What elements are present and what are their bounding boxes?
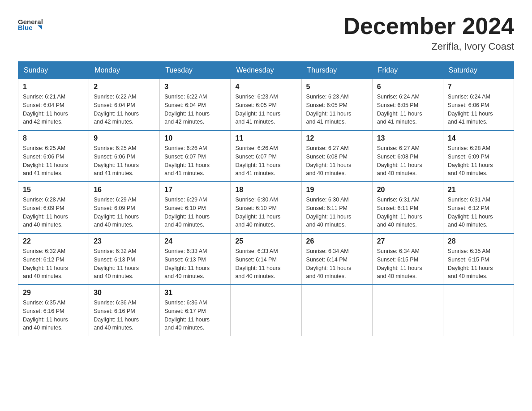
calendar-week-row: 1Sunrise: 6:21 AMSunset: 6:04 PMDaylight… [18,79,514,131]
day-info: Sunrise: 6:30 AMSunset: 6:11 PMDaylight:… [306,196,368,229]
day-info: Sunrise: 6:36 AMSunset: 6:17 PMDaylight:… [164,299,226,332]
day-info: Sunrise: 6:27 AMSunset: 6:08 PMDaylight:… [377,144,438,178]
day-info: Sunrise: 6:28 AMSunset: 6:09 PMDaylight:… [448,144,509,178]
calendar-week-row: 29Sunrise: 6:35 AMSunset: 6:16 PMDayligh… [18,285,514,336]
day-number: 30 [94,289,155,297]
svg-marker-1 [38,26,42,30]
calendar-cell: 26Sunrise: 6:34 AMSunset: 6:14 PMDayligh… [301,233,372,285]
day-info: Sunrise: 6:24 AMSunset: 6:05 PMDaylight:… [377,93,438,126]
calendar-cell [301,285,372,336]
calendar-week-row: 8Sunrise: 6:25 AMSunset: 6:06 PMDaylight… [18,130,514,182]
day-info: Sunrise: 6:21 AMSunset: 6:04 PMDaylight:… [23,93,84,126]
calendar-cell: 12Sunrise: 6:27 AMSunset: 6:08 PMDayligh… [301,130,372,182]
day-number: 4 [235,83,296,91]
day-info: Sunrise: 6:31 AMSunset: 6:11 PMDaylight:… [377,196,438,229]
calendar-table: SundayMondayTuesdayWednesdayThursdayFrid… [18,61,514,336]
day-number: 5 [306,83,368,91]
day-info: Sunrise: 6:35 AMSunset: 6:16 PMDaylight:… [23,299,84,332]
day-header-monday: Monday [89,62,160,79]
calendar-cell: 30Sunrise: 6:36 AMSunset: 6:16 PMDayligh… [89,285,160,336]
calendar-cell: 20Sunrise: 6:31 AMSunset: 6:11 PMDayligh… [372,182,443,233]
day-info: Sunrise: 6:29 AMSunset: 6:10 PMDaylight:… [164,196,226,229]
day-number: 31 [164,289,226,297]
day-number: 19 [306,186,368,194]
calendar-cell: 23Sunrise: 6:32 AMSunset: 6:13 PMDayligh… [89,233,160,285]
day-number: 23 [94,237,155,245]
calendar-cell: 16Sunrise: 6:29 AMSunset: 6:09 PMDayligh… [89,182,160,233]
svg-text:Blue: Blue [18,24,33,31]
day-info: Sunrise: 6:23 AMSunset: 6:05 PMDaylight:… [235,93,296,126]
day-number: 16 [94,186,155,194]
day-number: 9 [94,134,155,142]
day-info: Sunrise: 6:22 AMSunset: 6:04 PMDaylight:… [94,93,155,126]
calendar-cell: 5Sunrise: 6:23 AMSunset: 6:05 PMDaylight… [301,79,372,131]
day-info: Sunrise: 6:24 AMSunset: 6:06 PMDaylight:… [448,93,509,126]
day-number: 3 [164,83,226,91]
day-number: 7 [448,83,509,91]
day-header-wednesday: Wednesday [231,62,301,79]
day-header-tuesday: Tuesday [160,62,231,79]
calendar-cell: 9Sunrise: 6:25 AMSunset: 6:06 PMDaylight… [89,130,160,182]
page-header: General Blue December 2024 Zerifla, Ivor… [18,13,514,52]
day-info: Sunrise: 6:32 AMSunset: 6:13 PMDaylight:… [94,247,155,281]
day-number: 25 [235,237,296,245]
calendar-cell: 25Sunrise: 6:33 AMSunset: 6:14 PMDayligh… [231,233,301,285]
day-info: Sunrise: 6:30 AMSunset: 6:10 PMDaylight:… [235,196,296,229]
calendar-cell: 28Sunrise: 6:35 AMSunset: 6:15 PMDayligh… [443,233,514,285]
calendar-cell: 17Sunrise: 6:29 AMSunset: 6:10 PMDayligh… [160,182,231,233]
day-number: 8 [23,134,84,142]
day-info: Sunrise: 6:25 AMSunset: 6:06 PMDaylight:… [94,144,155,178]
day-number: 22 [23,237,84,245]
calendar-cell [231,285,301,336]
day-number: 1 [23,83,84,91]
day-number: 26 [306,237,368,245]
calendar-cell: 15Sunrise: 6:28 AMSunset: 6:09 PMDayligh… [18,182,89,233]
calendar-cell: 2Sunrise: 6:22 AMSunset: 6:04 PMDaylight… [89,79,160,131]
day-info: Sunrise: 6:36 AMSunset: 6:16 PMDaylight:… [94,299,155,332]
day-number: 27 [377,237,438,245]
calendar-cell: 27Sunrise: 6:34 AMSunset: 6:15 PMDayligh… [372,233,443,285]
day-number: 21 [448,186,509,194]
day-number: 13 [377,134,438,142]
day-number: 6 [377,83,438,91]
day-number: 14 [448,134,509,142]
calendar-cell: 8Sunrise: 6:25 AMSunset: 6:06 PMDaylight… [18,130,89,182]
day-info: Sunrise: 6:29 AMSunset: 6:09 PMDaylight:… [94,196,155,229]
calendar-week-row: 22Sunrise: 6:32 AMSunset: 6:12 PMDayligh… [18,233,514,285]
day-info: Sunrise: 6:34 AMSunset: 6:15 PMDaylight:… [377,247,438,281]
day-info: Sunrise: 6:28 AMSunset: 6:09 PMDaylight:… [23,196,84,229]
day-info: Sunrise: 6:33 AMSunset: 6:13 PMDaylight:… [164,247,226,281]
day-number: 18 [235,186,296,194]
calendar-cell [443,285,514,336]
day-info: Sunrise: 6:34 AMSunset: 6:14 PMDaylight:… [306,247,368,281]
calendar-cell: 24Sunrise: 6:33 AMSunset: 6:13 PMDayligh… [160,233,231,285]
calendar-title: December 2024 [343,13,514,39]
calendar-cell: 29Sunrise: 6:35 AMSunset: 6:16 PMDayligh… [18,285,89,336]
calendar-cell [372,285,443,336]
day-header-friday: Friday [372,62,443,79]
day-number: 15 [23,186,84,194]
title-block: December 2024 Zerifla, Ivory Coast [343,13,514,52]
day-info: Sunrise: 6:26 AMSunset: 6:07 PMDaylight:… [164,144,226,178]
calendar-cell: 3Sunrise: 6:22 AMSunset: 6:04 PMDaylight… [160,79,231,131]
calendar-header-row: SundayMondayTuesdayWednesdayThursdayFrid… [18,62,514,79]
day-number: 10 [164,134,226,142]
day-info: Sunrise: 6:25 AMSunset: 6:06 PMDaylight:… [23,144,84,178]
calendar-cell: 22Sunrise: 6:32 AMSunset: 6:12 PMDayligh… [18,233,89,285]
calendar-week-row: 15Sunrise: 6:28 AMSunset: 6:09 PMDayligh… [18,182,514,233]
day-info: Sunrise: 6:27 AMSunset: 6:08 PMDaylight:… [306,144,368,178]
calendar-cell: 1Sunrise: 6:21 AMSunset: 6:04 PMDaylight… [18,79,89,131]
day-info: Sunrise: 6:26 AMSunset: 6:07 PMDaylight:… [235,144,296,178]
day-number: 12 [306,134,368,142]
calendar-subtitle: Zerifla, Ivory Coast [343,41,514,52]
calendar-cell: 10Sunrise: 6:26 AMSunset: 6:07 PMDayligh… [160,130,231,182]
day-header-sunday: Sunday [18,62,89,79]
day-number: 24 [164,237,226,245]
calendar-cell: 6Sunrise: 6:24 AMSunset: 6:05 PMDaylight… [372,79,443,131]
day-number: 11 [235,134,296,142]
day-number: 2 [94,83,155,91]
day-header-saturday: Saturday [443,62,514,79]
day-info: Sunrise: 6:31 AMSunset: 6:12 PMDaylight:… [448,196,509,229]
calendar-cell: 11Sunrise: 6:26 AMSunset: 6:07 PMDayligh… [231,130,301,182]
calendar-cell: 21Sunrise: 6:31 AMSunset: 6:12 PMDayligh… [443,182,514,233]
